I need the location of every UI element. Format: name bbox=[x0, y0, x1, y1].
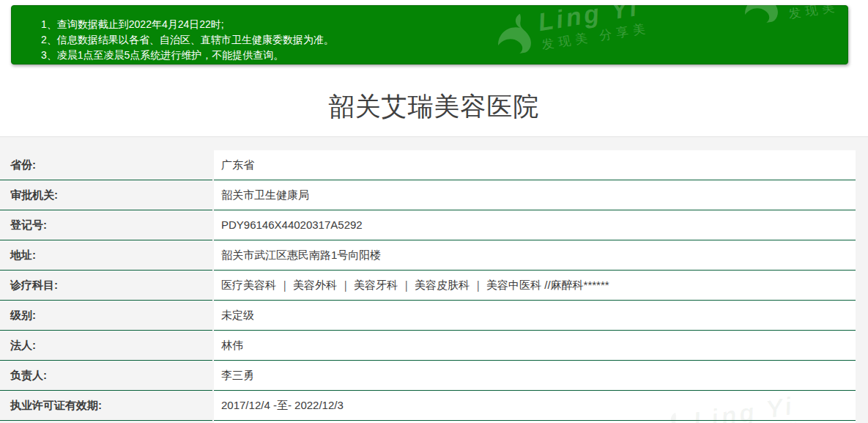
notice-line-3: 3、凌晨1点至凌晨5点系统进行维护，不能提供查询。 bbox=[41, 48, 847, 63]
table-row-approval-authority: 审批机关: 韶关市卫生健康局 bbox=[0, 180, 856, 210]
table-row-legal-person: 法人: 林伟 bbox=[0, 331, 856, 361]
row-value: 2017/12/4 -至- 2022/12/3 bbox=[214, 391, 856, 421]
row-value: 林伟 bbox=[214, 331, 856, 361]
row-value: 韶关市卫生健康局 bbox=[214, 180, 856, 210]
table-row-license-validity: 执业许可证有效期: 2017/12/4 -至- 2022/12/3 bbox=[0, 391, 856, 421]
row-value: PDY96146X44020317A5292 bbox=[214, 210, 856, 240]
row-label: 级别: bbox=[0, 301, 212, 331]
row-value: 医疗美容科 ｜ 美容外科 ｜ 美容牙科 ｜ 美容皮肤科 ｜ 美容中医科 //麻醉… bbox=[214, 271, 856, 301]
row-value: 韶关市武江区惠民南路1号向阳楼 bbox=[214, 240, 856, 271]
table-row-departments: 诊疗科目: 医疗美容科 ｜ 美容外科 ｜ 美容牙科 ｜ 美容皮肤科 ｜ 美容中医… bbox=[0, 271, 856, 301]
row-label: 地址: bbox=[0, 240, 212, 271]
notice-line-1: 1、查询数据截止到2022年4月24日22时; bbox=[41, 17, 847, 32]
table-row-level: 级别: 未定级 bbox=[0, 301, 856, 331]
table-section: 省份: 广东省 审批机关: 韶关市卫生健康局 登记号: PDY96146X440… bbox=[0, 137, 868, 423]
row-label: 法人: bbox=[0, 331, 212, 361]
row-label: 诊疗科目: bbox=[0, 271, 212, 301]
table-row-person-in-charge: 负责人: 李三勇 bbox=[0, 361, 856, 391]
table-row-address: 地址: 韶关市武江区惠民南路1号向阳楼 bbox=[0, 240, 856, 271]
info-table: 省份: 广东省 审批机关: 韶关市卫生健康局 登记号: PDY96146X440… bbox=[0, 150, 856, 423]
table-row-registration-number: 登记号: PDY96146X44020317A5292 bbox=[0, 210, 856, 240]
row-label: 登记号: bbox=[0, 210, 212, 240]
row-label: 审批机关: bbox=[0, 180, 212, 210]
row-label: 省份: bbox=[0, 150, 212, 180]
notice-banner: 1、查询数据截止到2022年4月24日22时; 2、信息数据结果以各省、自治区、… bbox=[11, 5, 848, 65]
notice-line-2: 2、信息数据结果以各省、自治区、直辖市卫生健康委数据为准。 bbox=[41, 32, 847, 48]
query-result-page: 1、查询数据截止到2022年4月24日22时; 2、信息数据结果以各省、自治区、… bbox=[0, 0, 868, 423]
row-value: 未定级 bbox=[214, 301, 856, 331]
row-value: 李三勇 bbox=[214, 361, 856, 391]
table-row-province: 省份: 广东省 bbox=[0, 150, 856, 180]
watermark-brand: Ling Yi bbox=[783, 0, 868, 4]
page-title: 韶关艾瑞美容医院 bbox=[0, 90, 868, 122]
row-label: 负责人: bbox=[0, 361, 212, 391]
row-value: 广东省 bbox=[214, 150, 856, 180]
row-label: 执业许可证有效期: bbox=[0, 391, 212, 421]
